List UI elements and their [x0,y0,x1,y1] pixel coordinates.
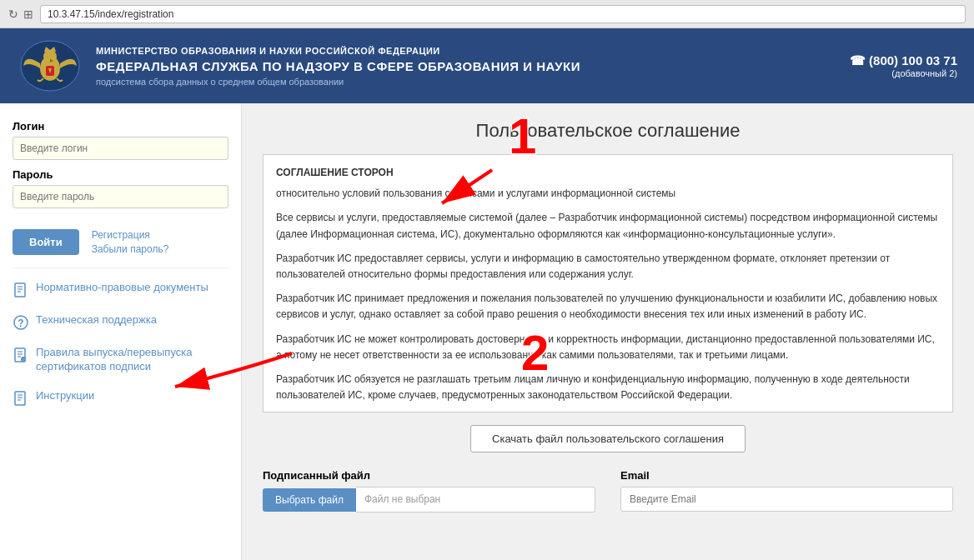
password-input[interactable] [13,185,228,208]
agreement-para-4: Разработчик ИС обязуется не разглашать т… [276,372,940,403]
login-button[interactable]: Войти [13,229,79,255]
browser-toolbar: ↻ ⊞ 10.3.47.15/index/registration [0,0,974,28]
agreement-para-3: Разработчик ИС не может контролировать д… [276,332,940,363]
choose-file-button[interactable]: Выбрать файл [263,488,356,512]
login-label: Логин [13,120,228,132]
sidebar-item-docs[interactable]: Нормативно-правовые документы [13,281,228,298]
header-phone: ☎ (800) 100 03 71 (добавочный 2) [850,53,957,78]
file-email-section: Подписанный файл Выбрать файл Файл не вы… [263,469,953,512]
login-section: Логин Пароль [13,120,228,217]
refresh-icon[interactable]: ↻ [8,8,18,21]
agreement-title: СОГЛАШЕНИЕ СТОРОН [276,165,940,181]
sidebar: Логин Пароль Войти Регистрация Забыли па… [0,103,242,560]
login-actions: Войти Регистрация Забыли пароль? [13,229,228,255]
main-wrapper: Логин Пароль Войти Регистрация Забыли па… [0,103,974,560]
agreement-para-2: Разработчик ИС принимает предложения и п… [276,291,940,322]
sidebar-item-instructions-label: Инструкции [36,389,94,403]
federal-name: ФЕДЕРАЛЬНАЯ СЛУЖБА ПО НАДЗОРУ В СФЕРЕ ОБ… [96,59,850,73]
file-group: Подписанный файл Выбрать файл Файл не вы… [263,469,595,512]
file-name-display: Файл не выбран [356,487,595,512]
svg-text:?: ? [18,318,23,329]
sidebar-item-certs-label: Правила выпуска/перевыпуска сертификатов… [36,346,228,374]
login-links: Регистрация Забыли пароль? [92,229,169,255]
phone-number: ☎ (800) 100 03 71 [850,53,957,68]
page-title: Пользовательское соглашение [263,120,953,142]
svg-rect-16 [15,392,25,405]
sidebar-item-support[interactable]: ? Техническая поддержка [13,313,228,331]
sidebar-item-support-label: Техническая поддержка [36,313,157,328]
sidebar-item-docs-label: Нормативно-правовые документы [36,281,208,295]
register-link[interactable]: Регистрация [92,229,169,241]
sidebar-item-instructions[interactable]: Инструкции [13,389,228,407]
url-text: 10.3.47.15/index/registration [48,8,173,20]
forgot-password-link[interactable]: Забыли пароль? [92,243,169,255]
grid-icon[interactable]: ⊞ [23,8,33,21]
password-label: Пароль [13,168,228,181]
login-input[interactable] [13,137,228,160]
sidebar-item-certs[interactable]: ✓ Правила выпуска/перевыпуска сертификат… [13,346,228,374]
content-area: Пользовательское соглашение СОГЛАШЕНИЕ С… [242,103,974,560]
file-input-row: Выбрать файл Файл не выбран [263,487,595,512]
download-btn-wrapper: Скачать файл пользовательского соглашени… [263,425,953,452]
agreement-para-1: Разработчик ИС предоставляет сервисы, ус… [276,251,940,282]
email-label: Email [620,469,953,482]
ministry-name: МИНИСТЕРСТВО ОБРАЗОВАНИЯ И НАУКИ РОССИЙС… [96,46,850,56]
sidebar-nav: Нормативно-правовые документы ? Техничес… [13,268,228,407]
agreement-box[interactable]: СОГЛАШЕНИЕ СТОРОН относительно условий п… [263,154,953,412]
svg-text:✓: ✓ [23,358,25,362]
phone-extra: (добавочный 2) [850,68,957,78]
cert-icon: ✓ [13,347,29,363]
logo-icon [17,37,83,95]
agreement-para-0: Все сервисы и услуги, предоставляемые си… [276,210,940,242]
agreement-subtitle: относительно условий пользования сервиса… [276,186,940,202]
download-button[interactable]: Скачать файл пользовательского соглашени… [470,425,746,452]
header-text-block: МИНИСТЕРСТВО ОБРАЗОВАНИЯ И НАУКИ РОССИЙС… [96,46,850,87]
address-bar[interactable]: 10.3.47.15/index/registration [40,5,966,23]
email-group: Email [620,469,953,512]
subsystem-name: подсистема сбора данных о среднем общем … [96,77,850,87]
svg-rect-4 [15,283,25,297]
question-icon: ? [13,314,29,331]
instructions-icon [13,390,29,407]
site-header: МИНИСТЕРСТВО ОБРАЗОВАНИЯ И НАУКИ РОССИЙС… [0,28,974,103]
email-input[interactable] [620,487,953,512]
signed-file-label: Подписанный файл [263,469,595,482]
doc-icon [13,282,29,298]
